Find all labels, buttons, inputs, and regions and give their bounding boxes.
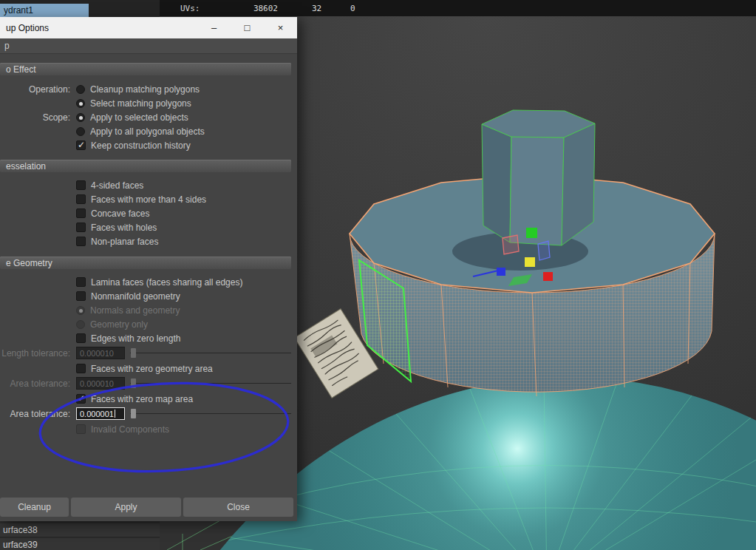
outliner-bottom: urface38 urface39: [0, 521, 160, 550]
geom-area-tolerance-input[interactable]: 0.000010: [76, 377, 125, 390]
checkbox-keep-history-label[interactable]: Keep construction history: [91, 140, 191, 151]
scope-label: Scope:: [0, 112, 70, 123]
checkbox-lamina-faces-label[interactable]: Lamina faces (faces sharing all edges): [91, 277, 242, 288]
geometry-only-row: Geometry only: [0, 317, 291, 331]
section-header-tesselation[interactable]: esselation: [0, 160, 291, 172]
geom-area-tolerance-label: Area tolerance:: [0, 378, 70, 389]
hud-uvs-count: 38602: [226, 4, 278, 13]
checkbox-nonmanifold[interactable]: [76, 291, 86, 301]
minimize-icon[interactable]: –: [197, 17, 231, 38]
tesselation-row: Faces with more than 4 sides: [0, 192, 291, 206]
dialog-menubar: p: [0, 38, 297, 54]
length-tolerance-input[interactable]: 0.000010: [76, 347, 125, 359]
manip-plane-handle-blue[interactable]: [538, 241, 550, 260]
outliner-selected-item[interactable]: ydrant1: [0, 4, 89, 17]
map-area-tolerance-slider[interactable]: [130, 407, 291, 420]
outliner-top: ydrant1: [0, 0, 160, 17]
checkbox-more-than-4-sides[interactable]: [76, 194, 86, 204]
map-area-tolerance-label: Area tolerance:: [0, 409, 70, 419]
maximize-icon[interactable]: □: [231, 17, 264, 38]
radio-apply-all-label[interactable]: Apply to all polygonal objects: [90, 126, 205, 137]
slider-handle[interactable]: [131, 348, 136, 358]
checkbox-faces-zero-geometry-area-label[interactable]: Faces with zero geometry area: [91, 364, 213, 374]
radio-apply-selected[interactable]: [76, 113, 85, 122]
section-header-effect[interactable]: o Effect: [0, 63, 291, 75]
apply-button[interactable]: Apply: [71, 498, 181, 517]
tesselation-row: Non-planar faces: [0, 234, 291, 248]
manip-center-handle[interactable]: [525, 257, 535, 267]
manip-plane-handle-red[interactable]: [503, 235, 519, 254]
tesselation-row: Concave faces: [0, 206, 291, 220]
hud-value-3: 0: [350, 4, 355, 13]
checkbox-faces-zero-geometry-area[interactable]: [76, 364, 86, 373]
checkbox-edges-zero-length[interactable]: [76, 333, 86, 343]
scope-option-row: Scope: Apply to selected objects: [0, 110, 291, 124]
checkbox-4-sided-faces[interactable]: [76, 180, 86, 190]
dialog-button-row: Cleanup Apply Close: [0, 498, 297, 517]
maya-application: UVs: 38602 32 0: [0, 0, 756, 550]
checkbox-concave-faces-label[interactable]: Concave faces: [91, 208, 149, 219]
text-cursor: [115, 410, 115, 418]
close-button[interactable]: Close: [183, 498, 293, 517]
poly-count-hud: UVs: 38602 32 0: [160, 0, 756, 16]
dialog-body: o Effect Operation: Cleanup matching pol…: [0, 54, 297, 521]
radio-cleanup-matching[interactable]: [76, 85, 85, 94]
checkbox-faces-with-holes-label[interactable]: Faces with holes: [91, 223, 157, 233]
slider-handle[interactable]: [131, 378, 136, 388]
cleanup-button[interactable]: Cleanup: [0, 498, 69, 517]
radio-select-matching[interactable]: [76, 99, 85, 108]
cleanup-options-dialog: up Options – □ × p o Effect Operation: C…: [0, 17, 297, 521]
radio-geometry-only-label[interactable]: Geometry only: [90, 319, 148, 330]
radio-geometry-only[interactable]: [76, 320, 85, 329]
faces-zero-geometry-area-row: Faces with zero geometry area: [0, 361, 291, 376]
hexagonal-prism[interactable]: [482, 110, 595, 245]
outliner-item-surface38[interactable]: urface38: [0, 523, 160, 537]
outliner-item-surface39[interactable]: urface39: [0, 538, 160, 550]
invalid-components-row: Invalid Components: [0, 422, 291, 436]
checkbox-faces-zero-map-area-label[interactable]: Faces with zero map area: [91, 394, 193, 404]
checkbox-invalid-components-label[interactable]: Invalid Components: [91, 424, 169, 435]
length-tolerance-value: 0.000010: [80, 349, 114, 358]
dialog-titlebar[interactable]: up Options – □ ×: [0, 17, 297, 38]
checkbox-non-planar-faces-label[interactable]: Non-planar faces: [91, 237, 158, 247]
section-header-geometry[interactable]: e Geometry: [0, 257, 291, 269]
checkbox-lamina-faces[interactable]: [76, 277, 86, 287]
geom-area-tolerance-value: 0.000010: [80, 379, 114, 388]
manip-x-handle[interactable]: [497, 268, 505, 276]
radio-normals-geometry[interactable]: [76, 306, 85, 315]
radio-apply-all[interactable]: [76, 127, 85, 136]
radio-apply-selected-label[interactable]: Apply to selected objects: [90, 112, 188, 123]
checkbox-non-planar-faces[interactable]: [76, 237, 86, 246]
radio-select-matching-label[interactable]: Select matching polygons: [90, 98, 191, 109]
checkbox-keep-history[interactable]: [76, 140, 86, 150]
operation-option-row: Operation: Cleanup matching polygons: [0, 82, 291, 96]
window-controls: – □ ×: [197, 17, 297, 38]
length-tolerance-slider[interactable]: [130, 347, 291, 359]
faces-zero-map-area-row: Faces with zero map area: [0, 392, 291, 406]
manip-y-handle[interactable]: [526, 228, 537, 238]
nonmanifold-row: Nonmanifold geometry: [0, 289, 291, 303]
radio-cleanup-matching-label[interactable]: Cleanup matching polygons: [90, 84, 200, 95]
menu-help[interactable]: p: [0, 41, 14, 51]
close-icon[interactable]: ×: [264, 17, 297, 38]
checkbox-concave-faces[interactable]: [76, 208, 86, 218]
geom-area-tolerance-row: Area tolerance: 0.000010: [0, 376, 291, 390]
geom-area-tolerance-slider[interactable]: [130, 377, 291, 390]
checkbox-nonmanifold-label[interactable]: Nonmanifold geometry: [91, 291, 180, 302]
checkbox-4-sided-faces-label[interactable]: 4-sided faces: [91, 180, 143, 191]
map-area-tolerance-input[interactable]: 0.000001: [76, 407, 125, 420]
checkbox-invalid-components[interactable]: [76, 424, 86, 434]
radio-normals-geometry-label[interactable]: Normals and geometry: [90, 305, 180, 316]
manip-z-handle[interactable]: [543, 272, 553, 281]
hud-uvs-label: UVs:: [180, 4, 200, 13]
prism-left-face: [482, 124, 511, 242]
checkbox-edges-zero-length-label[interactable]: Edges with zero length: [91, 333, 180, 344]
length-tolerance-row: Length tolerance: 0.000010: [0, 346, 291, 360]
checkbox-more-than-4-sides-label[interactable]: Faces with more than 4 sides: [91, 194, 206, 205]
checkbox-faces-with-holes[interactable]: [76, 223, 86, 232]
operation-option-row: Select matching polygons: [0, 96, 291, 110]
slider-handle[interactable]: [131, 409, 136, 418]
checkbox-faces-zero-map-area[interactable]: [76, 394, 86, 404]
length-tolerance-label: Length tolerance:: [0, 348, 70, 359]
normals-geometry-row: Normals and geometry: [0, 303, 291, 317]
